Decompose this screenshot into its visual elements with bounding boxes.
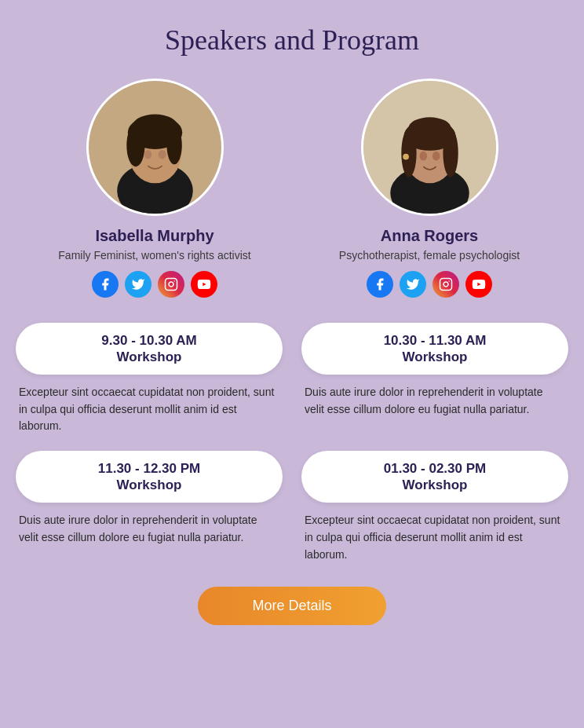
speaker-2-role: Psychotherapist, female psychologist: [339, 249, 520, 262]
speaker-card-2: Anna Rogers Psychotherapist, female psyc…: [304, 79, 555, 304]
page-title: Speakers and Program: [16, 24, 568, 57]
schedule-description-1: Duis aute irure dolor in reprehenderit i…: [301, 384, 568, 418]
schedule-item-0: 9.30 - 10.30 AM Workshop Excepteur sint …: [16, 323, 283, 435]
instagram-icon-2[interactable]: [433, 271, 459, 298]
twitter-icon-1[interactable]: [125, 271, 151, 298]
svg-rect-24: [440, 279, 452, 291]
facebook-icon-1[interactable]: [92, 271, 119, 298]
speaker-2-name: Anna Rogers: [381, 227, 478, 245]
youtube-icon-2[interactable]: [465, 271, 492, 298]
schedule-item-2: 11.30 - 12.30 PM Workshop Duis aute irur…: [16, 451, 283, 563]
facebook-icon-2[interactable]: [367, 271, 393, 298]
schedule-label-0: Workshop: [31, 349, 267, 365]
schedule-label-3: Workshop: [317, 477, 553, 493]
schedule-time-3: 01.30 - 02.30 PM: [317, 460, 553, 477]
speakers-row: Isabella Murphy Family Feminist, women's…: [16, 79, 568, 304]
svg-point-23: [432, 152, 440, 161]
svg-point-19: [443, 129, 458, 177]
speaker-1-name: Isabella Murphy: [95, 227, 214, 245]
speaker-card-1: Isabella Murphy Family Feminist, women's…: [29, 79, 280, 304]
svg-point-7: [132, 114, 177, 138]
schedule-time-box-2: 11.30 - 12.30 PM Workshop: [16, 451, 283, 503]
btn-row: More Details: [16, 587, 568, 625]
speaker-avatar-2: [361, 79, 498, 216]
svg-point-8: [144, 150, 151, 159]
svg-point-20: [408, 117, 451, 138]
schedule-time-1: 10.30 - 11.30 AM: [317, 332, 553, 349]
schedule-label-1: Workshop: [317, 349, 553, 365]
schedule-time-2: 11.30 - 12.30 PM: [31, 460, 267, 477]
svg-rect-10: [166, 279, 177, 291]
schedule-time-0: 9.30 - 10.30 AM: [31, 332, 267, 349]
speaker-1-role: Family Feminist, women's rights activist: [58, 249, 250, 262]
schedule-description-2: Duis aute irure dolor in reprehenderit i…: [16, 512, 283, 546]
schedule-time-box-3: 01.30 - 02.30 PM Workshop: [301, 451, 568, 503]
twitter-icon-2[interactable]: [400, 271, 426, 298]
svg-point-21: [403, 154, 409, 160]
schedule-description-0: Excepteur sint occaecat cupidatat non pr…: [16, 384, 283, 435]
schedule-time-box-0: 9.30 - 10.30 AM Workshop: [16, 323, 283, 375]
speaker-1-social: [92, 271, 217, 298]
speaker-2-social: [367, 271, 492, 298]
instagram-icon-1[interactable]: [158, 271, 184, 298]
speaker-avatar-1: [86, 79, 224, 216]
schedule-description-3: Excepteur sint occaecat cupidatat non pr…: [301, 512, 568, 563]
schedule-grid: 9.30 - 10.30 AM Workshop Excepteur sint …: [16, 323, 568, 563]
schedule-item-3: 01.30 - 02.30 PM Workshop Excepteur sint…: [301, 451, 568, 563]
page-container: Speakers and Program: [0, 0, 584, 657]
schedule-label-2: Workshop: [31, 477, 267, 493]
svg-point-9: [158, 150, 166, 159]
schedule-item-1: 10.30 - 11.30 AM Workshop Duis aute irur…: [301, 323, 568, 435]
more-details-button[interactable]: More Details: [198, 587, 386, 625]
svg-point-18: [401, 129, 416, 177]
youtube-icon-1[interactable]: [191, 271, 217, 298]
schedule-time-box-1: 10.30 - 11.30 AM Workshop: [301, 323, 568, 375]
svg-point-22: [419, 152, 427, 161]
